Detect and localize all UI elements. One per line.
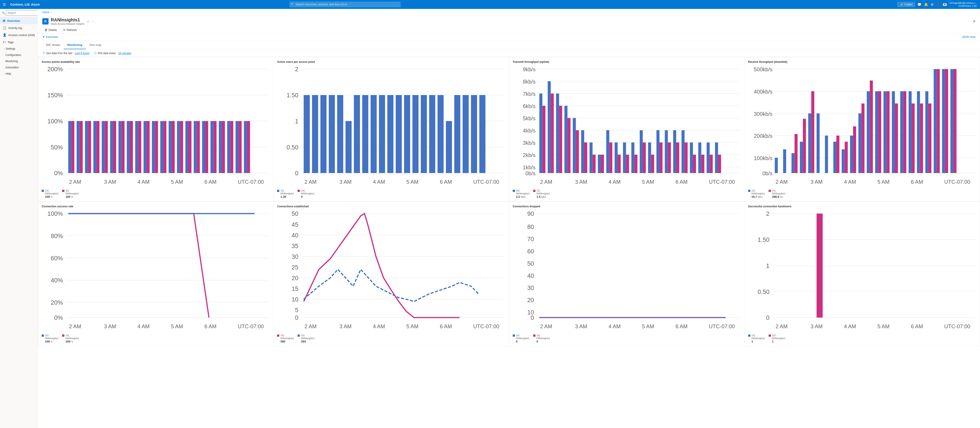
svg-text:2: 2 bbox=[766, 210, 769, 217]
svg-rect-196 bbox=[858, 113, 862, 173]
sidebar-item-automation[interactable]: Automation bbox=[0, 64, 38, 71]
svg-rect-75 bbox=[346, 121, 352, 173]
legend-label-cd-102: 102RANInsights1 bbox=[536, 334, 550, 340]
sidebar-search-box[interactable]: 🔍 ⚙ ✕ bbox=[0, 9, 38, 17]
legend-color-h-102 bbox=[768, 334, 771, 337]
svg-text:3 AM: 3 AM bbox=[104, 323, 116, 329]
feedback2-icon[interactable]: 💌 bbox=[943, 2, 947, 7]
legend-value-ce-102: 580 bbox=[280, 340, 285, 343]
svg-text:500kb/s: 500kb/s bbox=[754, 66, 772, 72]
feedback-icon[interactable]: 💬 bbox=[917, 2, 922, 7]
svg-text:3 AM: 3 AM bbox=[339, 323, 352, 329]
global-search[interactable]: 🔍 bbox=[290, 2, 401, 7]
svg-text:5 AM: 5 AM bbox=[171, 179, 183, 185]
svg-rect-48 bbox=[227, 121, 230, 173]
page-subtitle: Radio Access Network Insights bbox=[51, 22, 84, 25]
svg-rect-12 bbox=[76, 121, 80, 173]
legend-value-cd-102: 0 bbox=[536, 340, 538, 343]
svg-text:50: 50 bbox=[291, 210, 298, 217]
legend-label-h-102: 102RANInsights1 bbox=[772, 334, 786, 340]
sidebar-search-input[interactable] bbox=[6, 10, 38, 16]
sidebar-item-activity-log[interactable]: 📋 Activity log bbox=[0, 24, 38, 32]
svg-text:2 AM: 2 AM bbox=[304, 179, 317, 185]
svg-text:2: 2 bbox=[295, 66, 299, 73]
svg-rect-121 bbox=[550, 94, 554, 173]
hamburger-icon[interactable]: ☰ bbox=[3, 2, 6, 7]
svg-text:8kb/s: 8kb/s bbox=[523, 79, 535, 84]
svg-text:2 AM: 2 AM bbox=[776, 179, 788, 185]
svg-text:UTC-07:00: UTC-07:00 bbox=[709, 323, 735, 329]
svg-text:3 AM: 3 AM bbox=[339, 179, 352, 185]
svg-rect-209 bbox=[912, 103, 915, 173]
svg-text:3 AM: 3 AM bbox=[575, 179, 587, 185]
last-hours-link[interactable]: Last 6 hours bbox=[75, 52, 89, 55]
copilot-button[interactable]: ✨ Copilot bbox=[897, 2, 915, 7]
svg-rect-160 bbox=[715, 143, 718, 173]
delete-button[interactable]: 🗑 Delete bbox=[42, 27, 59, 32]
sidebar-item-overview[interactable]: ⊞ Overview bbox=[0, 17, 38, 24]
svg-text:6 AM: 6 AM bbox=[675, 323, 687, 329]
svg-rect-80 bbox=[387, 95, 393, 173]
svg-text:15: 15 bbox=[291, 285, 298, 292]
notifications-icon[interactable]: 🔔 bbox=[924, 2, 928, 7]
json-view-link[interactable]: JSON View bbox=[962, 35, 975, 38]
tab-monitoring[interactable]: Monitoring bbox=[64, 41, 86, 49]
close-icon[interactable]: ✕ bbox=[973, 19, 975, 23]
svg-text:2 AM: 2 AM bbox=[540, 179, 552, 185]
settings-icon[interactable]: ⚙ bbox=[931, 2, 934, 7]
user-info[interactable]: chrisqpublic@contoso.c... CONTOSO, LTD. bbox=[949, 2, 977, 8]
svg-rect-50 bbox=[235, 121, 239, 173]
sidebar-item-tags[interactable]: 🏷 Tags bbox=[0, 38, 38, 46]
help-icon[interactable]: ❓ bbox=[936, 2, 940, 7]
chart-connections-dropped: Connections dropped 90 80 70 60 50 40 30… bbox=[509, 202, 745, 345]
more-options-icon[interactable]: ··· bbox=[92, 20, 94, 23]
favorite-icon[interactable]: ☆ bbox=[87, 20, 89, 23]
svg-rect-22 bbox=[118, 121, 122, 173]
svg-rect-197 bbox=[861, 103, 864, 173]
chart-title-transmit: Transmit throughput (uplink) bbox=[513, 60, 741, 64]
svg-text:4 AM: 4 AM bbox=[608, 179, 620, 185]
sidebar-item-configuration[interactable]: Configuration bbox=[0, 52, 38, 58]
time-filter-bar: ⓘ See data from the last : Last 6 hours … bbox=[38, 49, 980, 57]
sidebar-item-settings[interactable]: › Settings bbox=[0, 46, 38, 52]
essentials-toggle[interactable]: ▼ Essentials bbox=[42, 35, 58, 38]
svg-rect-188 bbox=[816, 113, 819, 173]
svg-rect-25 bbox=[130, 121, 133, 173]
svg-text:200kb/s: 200kb/s bbox=[754, 133, 772, 139]
legend-color-cd-102 bbox=[533, 334, 535, 337]
tab-geo-map[interactable]: Geo map bbox=[86, 41, 105, 49]
sidebar-item-help[interactable]: › Help bbox=[0, 71, 38, 77]
legend-value-101: 100 bbox=[65, 195, 70, 199]
svg-text:6 AM: 6 AM bbox=[675, 179, 687, 185]
svg-text:5 AM: 5 AM bbox=[877, 179, 889, 185]
svg-rect-29 bbox=[146, 121, 150, 173]
svg-rect-192 bbox=[842, 150, 845, 173]
global-search-input[interactable] bbox=[290, 2, 401, 7]
breadcrumb-home[interactable]: Home bbox=[42, 11, 49, 14]
sidebar-item-access-control[interactable]: 👤 Access control (IAM) bbox=[0, 32, 38, 38]
chart-connection-success-rate: Connection success rate 100% 80% 60% 40%… bbox=[38, 202, 273, 345]
svg-rect-53 bbox=[247, 121, 250, 173]
refresh-button[interactable]: ↻ Refresh bbox=[61, 27, 79, 32]
interval-link[interactable]: 15 minutes bbox=[118, 52, 131, 55]
svg-rect-41 bbox=[197, 121, 200, 173]
legend-value-ce-101: 294 bbox=[301, 340, 306, 343]
svg-text:60: 60 bbox=[527, 248, 534, 255]
svg-text:3 AM: 3 AM bbox=[104, 179, 116, 185]
svg-rect-23 bbox=[121, 121, 124, 173]
chart-legend-handovers: 101RANInsights1 1 102RANInsights1 1 bbox=[748, 334, 976, 343]
svg-rect-189 bbox=[825, 135, 828, 173]
charts-row1: Access points availability rate 200% 150… bbox=[38, 57, 980, 201]
chart-area-transmit: 9kb/s 8kb/s 7kb/s 6kb/s 5kb/s 4kb/s 3kb/… bbox=[513, 65, 741, 188]
sidebar-item-monitoring[interactable]: Monitoring bbox=[0, 58, 38, 64]
legend-label-t-102: 102RANInsights1 bbox=[516, 189, 530, 195]
tab-mie-details[interactable]: MIE details bbox=[42, 41, 64, 49]
svg-rect-202 bbox=[883, 91, 886, 173]
svg-text:5 AM: 5 AM bbox=[406, 323, 418, 329]
svg-rect-73 bbox=[329, 95, 335, 173]
legend-label-csr-101: 101RANInsights1 bbox=[65, 334, 79, 340]
legend-value-csr-101: 100 bbox=[65, 340, 70, 343]
svg-text:0.50: 0.50 bbox=[757, 288, 769, 295]
svg-text:5 AM: 5 AM bbox=[171, 323, 183, 329]
svg-rect-187 bbox=[811, 91, 814, 173]
